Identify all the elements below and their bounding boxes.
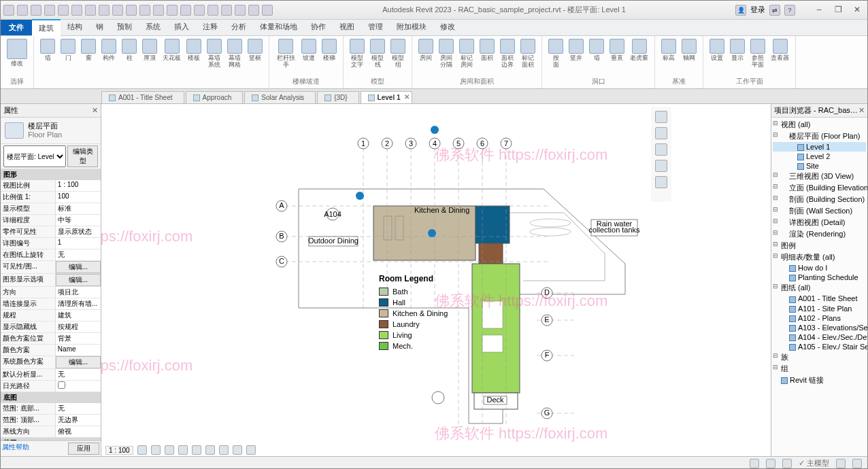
ribbon-老虎窗[interactable]: 老虎窗 <box>628 37 650 75</box>
ribbon-面积边界[interactable]: 面积 边界 <box>498 37 517 75</box>
tree-node[interactable]: 楼层平面 (Floor Plan) <box>773 131 866 142</box>
tile-icon[interactable] <box>248 5 259 16</box>
save-icon[interactable] <box>31 5 41 16</box>
property-value[interactable]: 无 <box>56 403 101 414</box>
property-value[interactable]: 编辑... <box>56 274 101 286</box>
tree-node[interactable]: 剖面 (Building Section) <box>773 194 866 205</box>
ribbon-参照平面[interactable]: 参照 平面 <box>748 37 767 75</box>
type-selector[interactable]: 楼层平面 Floor Plan <box>1 118 101 144</box>
tree-node[interactable]: A102 - Plans <box>773 313 866 323</box>
exchange-icon[interactable]: ⇄ <box>769 5 780 16</box>
tree-node[interactable]: 明细表/数量 (all) <box>773 251 866 263</box>
ribbon-楼梯[interactable]: 楼梯 <box>320 37 339 75</box>
ribbon-修改[interactable]: 修改 <box>5 37 29 75</box>
ribbon-查看器[interactable]: 查看器 <box>769 37 791 75</box>
home-icon[interactable] <box>99 5 110 16</box>
ribbon-幕墙网格[interactable]: 幕墙 网格 <box>225 37 244 85</box>
ribbon-模型文字[interactable]: 模型 文字 <box>348 37 367 75</box>
ext-icon[interactable] <box>167 5 178 16</box>
tree-node[interactable]: 详图视图 (Detail) <box>773 217 866 228</box>
property-value[interactable]: 无 <box>56 249 101 260</box>
sync-icon[interactable] <box>71 5 82 16</box>
select-pinned-icon[interactable] <box>782 459 792 468</box>
ribbon-显示[interactable]: 显示 <box>728 37 747 75</box>
property-value[interactable]: 无 <box>56 369 101 380</box>
edit-type-button[interactable]: 编辑类型 <box>67 145 98 167</box>
nav-pan-icon[interactable] <box>655 143 667 156</box>
doc-tab-2[interactable]: Solar Analysis <box>244 91 316 103</box>
reveal-icon[interactable] <box>233 445 242 455</box>
menu-tab-10[interactable]: 视图 <box>333 19 361 36</box>
ribbon-标高[interactable]: 标高 <box>659 37 678 75</box>
property-value[interactable]: Name <box>56 345 101 355</box>
uimod-icon[interactable] <box>262 5 273 16</box>
view-scale[interactable]: 1 : 100 <box>105 446 133 455</box>
doc-tab-1[interactable]: Approach <box>186 91 244 103</box>
crop-region-icon[interactable] <box>205 445 215 455</box>
tree-node[interactable]: 图例 <box>773 240 866 251</box>
ribbon-竖井[interactable]: 竖井 <box>567 37 586 75</box>
property-value[interactable]: 显示原状态 <box>56 226 101 237</box>
ribbon-柱[interactable]: 柱 <box>120 37 139 85</box>
maximize-button[interactable]: ❐ <box>831 5 846 16</box>
doc-tab-4[interactable]: Level 1✕ <box>361 91 412 103</box>
ribbon-面积[interactable]: 面积 <box>478 37 497 75</box>
user-icon[interactable]: 👤 <box>735 5 746 16</box>
ribbon-栏杆扶手[interactable]: 栏杆扶手 <box>273 37 298 75</box>
menu-tab-3[interactable]: 预制 <box>110 19 139 36</box>
tree-node[interactable]: A101 - Site Plan <box>773 304 866 313</box>
close-icon[interactable]: ✕ <box>858 106 865 115</box>
property-value[interactable]: 编辑... <box>56 356 101 368</box>
property-value[interactable]: 100 <box>56 192 101 203</box>
property-value[interactable]: 1 : 100 <box>56 180 101 191</box>
menu-tab-0[interactable]: 建筑 <box>32 19 61 36</box>
tree-node[interactable]: Level 1 <box>773 142 866 152</box>
menu-tab-2[interactable]: 钢 <box>89 19 110 36</box>
recent-icon[interactable] <box>85 5 96 16</box>
menu-tab-8[interactable]: 体量和场地 <box>253 19 304 36</box>
tree-node[interactable]: Level 2 <box>773 152 866 161</box>
login-label[interactable]: 登录 <box>750 5 765 15</box>
close-icon[interactable] <box>221 5 232 16</box>
ribbon-墙[interactable]: 墙 <box>38 37 57 85</box>
drawing-canvas[interactable]: 1234567 ABCDEFG A104 Outdoor Dining Deck… <box>101 104 771 456</box>
shadows-icon[interactable] <box>178 445 188 455</box>
property-value[interactable] <box>56 381 101 392</box>
ribbon-模型组[interactable]: 模型 组 <box>388 37 407 75</box>
print-icon[interactable] <box>112 5 123 16</box>
redo-icon[interactable] <box>58 5 69 16</box>
menu-tab-11[interactable]: 管理 <box>361 19 390 36</box>
type-combo[interactable]: 楼层平面: Level <box>3 145 66 167</box>
property-value[interactable]: 1 <box>56 238 101 249</box>
tree-node[interactable]: A105 - Elev./ Stair Sectic <box>773 342 866 351</box>
tree-node[interactable]: 立面 (Building Elevation <box>773 182 866 194</box>
text-icon[interactable] <box>153 5 164 16</box>
property-value[interactable]: 编辑... <box>56 261 101 273</box>
switch-icon[interactable] <box>235 5 246 16</box>
ribbon-构件[interactable]: 构件 <box>99 37 118 85</box>
property-value[interactable]: 按规程 <box>56 322 101 332</box>
tree-node[interactable]: Site <box>773 161 866 171</box>
close-button[interactable]: ✕ <box>850 5 865 16</box>
thin-icon[interactable] <box>207 5 218 16</box>
ribbon-设置[interactable]: 设置 <box>707 37 727 75</box>
menu-tab-4[interactable]: 系统 <box>139 19 167 36</box>
tree-node[interactable]: 族 <box>773 351 866 363</box>
property-value[interactable]: 背景 <box>56 333 101 344</box>
ribbon-房间分隔[interactable]: 房间 分隔 <box>437 37 456 75</box>
property-value[interactable]: 清理所有墙... <box>56 298 101 309</box>
tree-node[interactable]: 三维视图 (3D View) <box>773 171 866 182</box>
ribbon-标记面积[interactable]: 标记 面积 <box>518 37 537 75</box>
undo-icon[interactable] <box>44 5 55 16</box>
menu-tab-12[interactable]: 附加模块 <box>390 19 433 36</box>
detail-level-icon[interactable] <box>137 445 147 455</box>
ribbon-天花板[interactable]: 天花板 <box>161 37 183 85</box>
ribbon-按面[interactable]: 按 面 <box>546 37 565 75</box>
apply-button[interactable]: 应用 <box>68 442 99 455</box>
tree-node[interactable]: A103 - Elevations/Sectio <box>773 323 866 332</box>
tree-node[interactable]: 组 <box>773 363 866 375</box>
menu-tab-7[interactable]: 分析 <box>224 19 253 36</box>
tree-node[interactable]: 视图 (all) <box>773 119 866 131</box>
status-model[interactable]: 主模型 <box>807 458 829 468</box>
tree-node[interactable]: A001 - Title Sheet <box>773 294 866 303</box>
